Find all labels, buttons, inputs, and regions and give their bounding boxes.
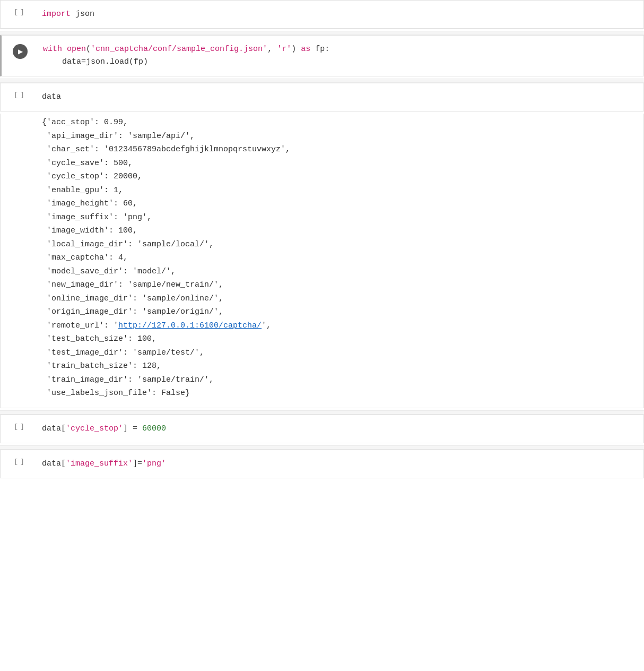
var-data: data (42, 92, 61, 101)
cell-3-output-gutter (1, 114, 38, 116)
keyword-with: with (43, 45, 62, 54)
cell-1-content[interactable]: import json (38, 6, 643, 23)
cell-3-bracket-open: [ (14, 91, 18, 99)
cell-5-gutter: [ ] (1, 455, 38, 466)
output-line-16: 'remote_url': 'http://127.0.0.1:6100/cap… (42, 319, 639, 333)
code-line: import json (42, 8, 639, 21)
cell-2: ▶ with open('cnn_captcha/conf/sample_con… (0, 35, 644, 76)
cell-5-bracket-close: ] (20, 458, 24, 466)
cell-4: [ ] data['cycle_stop'] = 60000 (0, 415, 644, 443)
remote-url-link[interactable]: http://127.0.0.1:6100/captcha/ (118, 321, 262, 330)
str-filepath: 'cnn_captcha/conf/sample_config.json' (91, 45, 267, 54)
cell-separator-2 (0, 79, 644, 83)
notebook: [ ] import json ▶ with open('cnn_captcha… (0, 0, 644, 478)
code-paren: ( (86, 45, 91, 54)
output-line-3: 'char_set': '0123456789abcdefghijklmnopq… (42, 143, 639, 157)
output-line-13: 'new_image_dir': 'sample/new_train/', (42, 278, 639, 292)
cell-3-gutter: [ ] (1, 89, 38, 99)
cell-1-bracket-close: ] (20, 8, 24, 16)
code-fp: fp: (310, 45, 329, 54)
code-assign2: ]= (133, 459, 142, 468)
cell-3-bracket-close: ] (20, 91, 24, 99)
code-text (62, 45, 67, 54)
var-data2: data[ (42, 424, 66, 433)
builtin-open: open (67, 45, 86, 54)
cell-2-content[interactable]: with open('cnn_captcha/conf/sample_confi… (39, 41, 643, 71)
output-line-7: 'image_height': 60, (42, 197, 639, 211)
code-comma: , (267, 45, 277, 54)
code-paren2: ) (291, 45, 296, 54)
cell-2-gutter: ▶ (2, 41, 39, 59)
output-line-4: 'cycle_save': 500, (42, 157, 639, 170)
cell-5-content[interactable]: data['image_suffix']='png' (38, 455, 643, 472)
cell-1-bracket-open: [ (14, 8, 18, 16)
output-line-5: 'cycle_stop': 20000, (42, 170, 639, 184)
output-line-10: 'local_image_dir': 'sample/local/', (42, 238, 639, 252)
cell-separator-3 (0, 410, 644, 415)
cell-3-output: {'acc_stop': 0.99, 'api_image_dir': 'sam… (0, 114, 644, 408)
num-60000: 60000 (142, 424, 166, 433)
str-cycle-stop: 'cycle_stop' (66, 424, 123, 433)
output-line-1: {'acc_stop': 0.99, (42, 116, 639, 130)
output-line-17: 'test_batch_size': 100, (42, 332, 639, 346)
code-as (296, 45, 301, 54)
cell-4-bracket-open: [ (14, 423, 18, 431)
cell-1-gutter: [ ] (1, 6, 38, 16)
output-line-2: 'api_image_dir': 'sample/api/', (42, 130, 639, 143)
cell-1: [ ] import json (0, 0, 644, 29)
code-line-data-var: data (42, 91, 639, 104)
code-indent: data=json.load(fp) (43, 57, 148, 66)
output-line-14: 'online_image_dir': 'sample/online/', (42, 292, 639, 306)
output-line-19: 'train_batch_size': 128, (42, 359, 639, 373)
output-line-20: 'train_image_dir': 'sample/train/', (42, 373, 639, 387)
output-line-21: 'use_labels_json_file': False} (42, 386, 639, 400)
cell-5: [ ] data['image_suffix']='png' (0, 450, 644, 478)
output-line-18: 'test_image_dir': 'sample/test/', (42, 346, 639, 360)
output-line-11: 'max_captcha': 4, (42, 251, 639, 265)
code-line-cycle-stop: data['cycle_stop'] = 60000 (42, 423, 639, 435)
cell-3-output-content: {'acc_stop': 0.99, 'api_image_dir': 'sam… (38, 114, 643, 402)
str-png: 'png' (142, 459, 166, 468)
cell-4-content[interactable]: data['cycle_stop'] = 60000 (38, 420, 643, 437)
keyword-as: as (301, 45, 310, 54)
cell-3: [ ] data (0, 83, 644, 111)
cell-4-gutter: [ ] (1, 420, 38, 431)
output-line-12: 'model_save_dir': 'model/', (42, 265, 639, 279)
output-line-15: 'origin_image_dir': 'sample/origin/', (42, 305, 639, 319)
var-data3: data[ (42, 459, 66, 468)
output-line-8: 'image_suffix': 'png', (42, 211, 639, 225)
code-assign: ] = (123, 424, 142, 433)
output-line-9: 'image_width': 100, (42, 224, 639, 238)
run-button[interactable]: ▶ (13, 44, 28, 59)
cell-5-bracket-open: [ (14, 458, 18, 466)
code-text: json (71, 10, 94, 19)
output-line-6: 'enable_gpu': 1, (42, 184, 639, 197)
keyword-import: import (42, 10, 71, 19)
str-mode: 'r' (277, 45, 291, 54)
cell-separator-4 (0, 445, 644, 450)
code-line-data: data=json.load(fp) (43, 56, 639, 68)
code-line-with: with open('cnn_captcha/conf/sample_confi… (43, 43, 639, 56)
str-image-suffix: 'image_suffix' (66, 459, 133, 468)
cell-3-content[interactable]: data (38, 89, 643, 106)
cell-4-bracket-close: ] (20, 423, 24, 431)
cell-separator-1 (0, 31, 644, 35)
code-line-image-suffix: data['image_suffix']='png' (42, 458, 639, 470)
